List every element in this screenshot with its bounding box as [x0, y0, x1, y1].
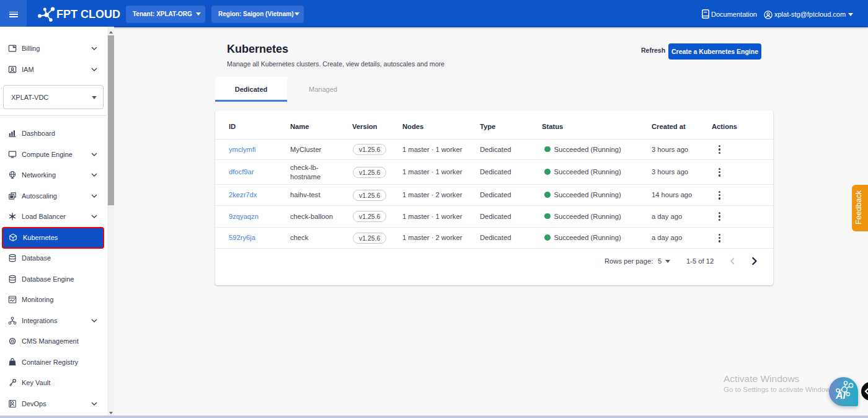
- svg-text:AI: AI: [835, 390, 846, 401]
